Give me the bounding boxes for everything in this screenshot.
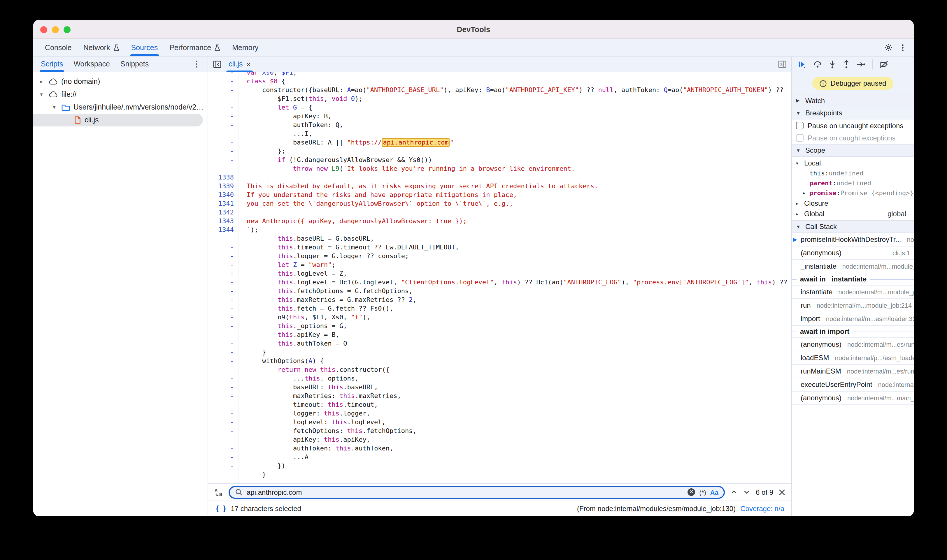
sidebar-tab-snippets[interactable]: Snippets xyxy=(115,57,154,72)
call-stack-frame[interactable]: (anonymous)node:internal/m...es/run_main… xyxy=(792,338,914,351)
line-number[interactable]: - xyxy=(208,453,239,462)
line-number[interactable]: - xyxy=(208,295,239,304)
code-line[interactable]: - this._options = G, xyxy=(208,322,791,331)
call-stack-frame[interactable]: instantiatenode:internal/m...module_job:… xyxy=(792,286,914,299)
code-line[interactable]: - let Z = "warn"; xyxy=(208,260,791,269)
tree-item--no-domain-[interactable]: ▸(no domain) xyxy=(33,75,203,88)
call-stack-frame[interactable]: runMainESMnode:internal/m...es/run_main:… xyxy=(792,365,914,378)
close-tab-icon[interactable]: × xyxy=(246,60,251,68)
sidebar-tab-scripts[interactable]: Scripts xyxy=(35,57,68,72)
call-stack-frame[interactable]: executeUserEntryPointnode:internal/m...s… xyxy=(792,378,914,392)
scope-group-global[interactable]: ▸Globalglobal xyxy=(792,209,914,219)
code-line[interactable]: - this.apiKey = B, xyxy=(208,331,791,339)
line-number[interactable]: 1338 xyxy=(208,173,239,182)
line-number[interactable]: - xyxy=(208,138,239,147)
tab-sources[interactable]: Sources xyxy=(125,39,163,56)
scope-property-promise[interactable]: ▸promise: Promise {<pending>} xyxy=(792,188,914,198)
code-line[interactable]: - $F1.set(this, void 0); xyxy=(208,94,791,103)
code-line[interactable]: - this.timeout = G.timeout ?? Lw.DEFAULT… xyxy=(208,243,791,252)
code-line[interactable]: - }) xyxy=(208,462,791,470)
code-line[interactable]: - this.logger = G.logger ?? console; xyxy=(208,252,791,260)
tab-memory[interactable]: Memory xyxy=(226,39,264,56)
chevron-right-icon[interactable]: ▸ xyxy=(803,191,810,196)
line-number[interactable]: - xyxy=(208,234,239,243)
step-icon[interactable] xyxy=(857,60,866,68)
call-stack-frame[interactable]: (anonymous)node:internal/m...main_module… xyxy=(792,392,914,405)
code-line[interactable]: - timeout: this.timeout, xyxy=(208,400,791,409)
code-line[interactable]: - baseURL: this.baseURL, xyxy=(208,383,791,392)
code-line[interactable]: - o9(this, $F1, Xs0, "f"), xyxy=(208,313,791,322)
show-debugger-sidebar-icon[interactable] xyxy=(778,60,787,68)
minimize-window-button[interactable] xyxy=(52,26,59,33)
code-line[interactable]: - this.authToken = Q xyxy=(208,339,791,348)
checkbox[interactable] xyxy=(796,122,804,129)
code-line[interactable]: -var Xs0, $F1; xyxy=(208,72,791,77)
line-number[interactable]: - xyxy=(208,86,239,94)
code-line[interactable]: - authToken: Q, xyxy=(208,121,791,129)
line-number[interactable]: - xyxy=(208,121,239,129)
call-stack-frame[interactable]: importnode:internal/m...esm/loader:329 xyxy=(792,312,914,326)
line-number[interactable]: - xyxy=(208,103,239,112)
step-over-icon[interactable] xyxy=(813,60,822,68)
search-input-wrapper[interactable]: api.anthropic.com ✕ (*) Aa xyxy=(228,486,725,498)
code-line[interactable]: - ...A xyxy=(208,453,791,462)
call-stack-frame[interactable]: runnode:internal/m...module_job:214 xyxy=(792,299,914,312)
breakpoints-section-header[interactable]: ▼ Breakpoints xyxy=(792,107,914,120)
code-line[interactable]: - maxRetries: this.maxRetries, xyxy=(208,392,791,400)
line-number[interactable]: - xyxy=(208,426,239,435)
line-number[interactable]: - xyxy=(208,164,239,173)
line-number[interactable]: - xyxy=(208,435,239,444)
replace-toggle-icon[interactable]: AB xyxy=(214,488,223,497)
code-line[interactable]: - this.logLevel = Hc1(G.logLevel, "Clien… xyxy=(208,278,791,287)
line-number[interactable]: - xyxy=(208,357,239,365)
sidebar-tab-workspace[interactable]: Workspace xyxy=(68,57,115,72)
line-number[interactable]: - xyxy=(208,383,239,392)
line-number[interactable]: 1339 xyxy=(208,182,239,191)
line-number[interactable]: - xyxy=(208,339,239,348)
line-number[interactable]: - xyxy=(208,392,239,400)
line-number[interactable]: - xyxy=(208,278,239,287)
navigator-more-icon[interactable] xyxy=(193,57,205,72)
line-number[interactable]: - xyxy=(208,252,239,260)
chevron-right-icon[interactable]: ▸ xyxy=(38,78,45,85)
call-stack-frame[interactable]: loadESMnode:internal/p.../esm_loader:34 xyxy=(792,351,914,365)
line-number[interactable]: - xyxy=(208,322,239,331)
code-line[interactable]: 1340If you understand the risks and have… xyxy=(208,191,791,199)
coverage-link[interactable]: Coverage: n/a xyxy=(740,505,784,513)
code-line[interactable]: - this.fetchOptions = G.fetchOptions, xyxy=(208,287,791,295)
breakpoint-option[interactable]: Pause on uncaught exceptions xyxy=(792,120,914,132)
line-number[interactable]: - xyxy=(208,72,239,77)
line-number[interactable]: - xyxy=(208,147,239,155)
code-line[interactable]: - constructor({baseURL: A=ao("ANTHROPIC_… xyxy=(208,86,791,94)
scope-group-closure[interactable]: ▸Closure xyxy=(792,198,914,209)
scope-group-local[interactable]: ▾Local xyxy=(792,158,914,168)
code-line[interactable]: 1343new Anthropic({ apiKey, dangerouslyA… xyxy=(208,217,791,226)
line-number[interactable]: - xyxy=(208,243,239,252)
code-line[interactable]: - authToken: this.authToken, xyxy=(208,444,791,453)
call-stack-frame[interactable]: (anonymous)cli.js:1 xyxy=(792,246,914,260)
code-line[interactable]: - apiKey: this.apiKey, xyxy=(208,435,791,444)
line-number[interactable]: - xyxy=(208,462,239,470)
code-line[interactable]: 1341you can set the \`dangerouslyAllowBr… xyxy=(208,199,791,208)
call-stack-frame[interactable]: _instantiatenode:internal/m...module_job… xyxy=(792,260,914,273)
step-into-icon[interactable] xyxy=(828,60,836,68)
code-line[interactable]: - logger: this.logger, xyxy=(208,409,791,418)
match-case-toggle[interactable]: Aa xyxy=(710,489,719,495)
scope-section-header[interactable]: ▼ Scope xyxy=(792,144,914,157)
code-line[interactable]: 1338 xyxy=(208,173,791,182)
code-editor[interactable]: -var Xs0, $F1;-class $8 {- constructor({… xyxy=(208,72,791,483)
line-number[interactable]: - xyxy=(208,365,239,374)
line-number[interactable]: - xyxy=(208,444,239,453)
pretty-print-icon[interactable]: { } xyxy=(215,505,226,513)
code-line[interactable]: - } xyxy=(208,470,791,479)
next-match-icon[interactable] xyxy=(743,488,751,496)
line-number[interactable]: - xyxy=(208,94,239,103)
settings-gear-icon[interactable] xyxy=(884,43,893,52)
line-number[interactable]: - xyxy=(208,112,239,121)
code-line[interactable]: - withOptions(A) { xyxy=(208,357,791,365)
tab-network[interactable]: Network xyxy=(77,39,125,56)
code-line[interactable]: - ...this._options, xyxy=(208,374,791,383)
tab-cli-js[interactable]: cli.js × xyxy=(226,56,253,72)
line-number[interactable]: - xyxy=(208,260,239,269)
call-stack-frame[interactable]: ▶promiseInitHookWithDestroyTr...node:int… xyxy=(792,233,914,246)
